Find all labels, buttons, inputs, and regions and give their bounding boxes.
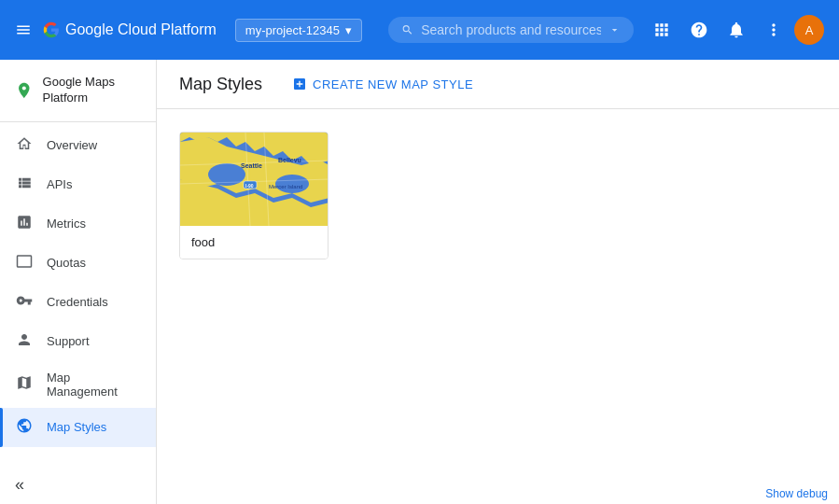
sidebar-item-metrics[interactable]: Metrics: [0, 204, 156, 244]
chevron-down-icon: ▾: [345, 23, 352, 37]
content-area: Map Styles CREATE NEW MAP STYLE: [157, 60, 839, 504]
sidebar-item-support[interactable]: Support: [0, 322, 156, 361]
sidebar-collapse-button[interactable]: «: [0, 466, 156, 504]
top-bar: Google Cloud Platform my-project-12345 ▾: [0, 0, 839, 60]
sidebar-item-credentials[interactable]: Credentials: [0, 283, 156, 322]
sidebar-item-quotas[interactable]: Quotas: [0, 244, 156, 283]
sidebar-item-map-styles[interactable]: Map Styles: [0, 408, 156, 447]
maps-logo-icon: [15, 79, 34, 102]
top-bar-actions: A: [645, 13, 824, 47]
support-icon: [15, 331, 34, 352]
overview-icon: [15, 135, 34, 156]
map-styles-icon: [15, 417, 34, 438]
sidebar: Google Maps Platform Overview APIs Metri…: [0, 60, 157, 504]
map-management-icon: [15, 374, 34, 395]
page-title: Map Styles: [179, 75, 262, 94]
gcp-title: Google Cloud Platform: [65, 21, 217, 38]
content-header: Map Styles CREATE NEW MAP STYLE: [157, 60, 839, 109]
top-bar-logo: Google Cloud Platform: [43, 21, 217, 38]
svg-text:Bellevu: Bellevu: [278, 157, 301, 163]
project-name: my-project-12345: [245, 23, 340, 37]
sidebar-item-map-management-label: Map Management: [47, 371, 141, 399]
sidebar-item-apis-label: APIs: [47, 177, 72, 191]
sidebar-item-map-styles-label: Map Styles: [47, 420, 106, 434]
sidebar-divider: [0, 121, 156, 122]
sidebar-item-overview-label: Overview: [47, 138, 97, 152]
content-body: Seattle Bellevu Mercer Island I-90 food: [157, 109, 839, 504]
create-map-style-button[interactable]: CREATE NEW MAP STYLE: [281, 71, 484, 97]
sidebar-item-metrics-label: Metrics: [47, 217, 86, 231]
map-preview-svg: Seattle Bellevu Mercer Island I-90: [180, 133, 329, 226]
sidebar-brand: Google Maps Platform: [0, 67, 156, 118]
more-icon[interactable]: [757, 13, 790, 47]
map-preview: Seattle Bellevu Mercer Island I-90: [180, 133, 329, 226]
create-button-label: CREATE NEW MAP STYLE: [313, 77, 473, 91]
debug-label: Show debug: [765, 487, 828, 500]
svg-text:Seattle: Seattle: [241, 162, 262, 169]
avatar[interactable]: A: [794, 15, 824, 45]
search-bar[interactable]: [388, 17, 634, 43]
sidebar-item-map-management[interactable]: Map Management: [0, 361, 156, 408]
svg-text:Mercer Island: Mercer Island: [269, 184, 302, 189]
search-input[interactable]: [421, 22, 601, 37]
help-icon[interactable]: [682, 13, 716, 47]
main-layout: Google Maps Platform Overview APIs Metri…: [0, 60, 839, 504]
collapse-icon: «: [15, 475, 24, 495]
sidebar-item-credentials-label: Credentials: [47, 295, 108, 309]
apps-icon[interactable]: [645, 13, 678, 47]
svg-point-0: [22, 86, 26, 90]
map-style-card[interactable]: Seattle Bellevu Mercer Island I-90 food: [179, 132, 329, 259]
menu-icon[interactable]: [15, 21, 32, 38]
map-style-label: food: [180, 226, 328, 259]
project-selector[interactable]: my-project-12345 ▾: [235, 19, 362, 42]
quotas-icon: [15, 253, 34, 273]
notifications-icon[interactable]: [720, 13, 753, 47]
svg-text:I-90: I-90: [245, 183, 254, 189]
sidebar-brand-title: Google Maps Platform: [43, 75, 141, 106]
metrics-icon: [15, 214, 34, 234]
sidebar-item-quotas-label: Quotas: [47, 256, 86, 270]
sidebar-item-overview[interactable]: Overview: [0, 126, 156, 165]
apis-icon: [15, 175, 34, 195]
show-debug-link[interactable]: Show debug: [754, 483, 839, 504]
sidebar-item-apis[interactable]: APIs: [0, 165, 156, 204]
credentials-icon: [15, 292, 34, 313]
sidebar-item-support-label: Support: [47, 334, 90, 348]
